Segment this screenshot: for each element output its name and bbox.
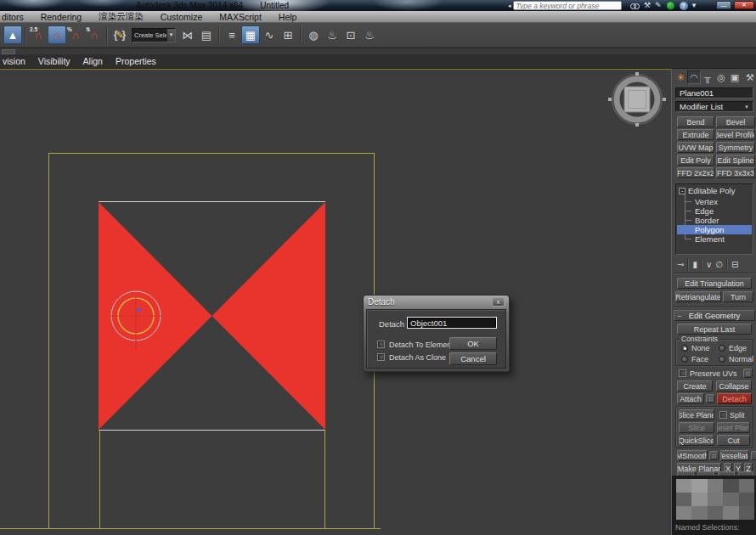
detach-button[interactable]: Detach (717, 393, 752, 404)
pencil-icon[interactable]: ✎ (655, 2, 662, 9)
chevron-down-icon[interactable]: ▼ (166, 29, 175, 42)
collapse-button[interactable]: Collapse (716, 380, 752, 391)
msmooth-options-button[interactable]: □ (709, 451, 719, 460)
cut-button[interactable]: Cut (717, 435, 750, 446)
retriangulate-button[interactable]: Retriangulate (675, 291, 721, 302)
modifier-bend-button[interactable]: Bend (677, 116, 714, 127)
render-production-button[interactable]: ♨ (360, 25, 379, 44)
render-setup-button[interactable]: ♨ (323, 25, 341, 44)
show-end-result-icon[interactable]: ▮ (692, 260, 697, 269)
preserve-uvs-options-button[interactable]: □ (743, 369, 753, 378)
stack-item-border[interactable]: Border (677, 216, 752, 225)
edit-named-selection-sets-button[interactable]: {✎} (110, 25, 129, 44)
stack-item-vertex[interactable]: Vertex (677, 197, 752, 206)
graphite-ribbon-toggle-button[interactable]: ▦ (241, 25, 260, 44)
edit-triangulation-button[interactable]: Edit Triangulation (677, 278, 752, 289)
detach-dialog-titlebar[interactable]: Detach x (364, 296, 509, 308)
selected-polygon-right[interactable] (212, 202, 326, 430)
stack-item-polygon[interactable]: Polygon (677, 225, 752, 234)
repeat-last-button[interactable]: Repeat Last (677, 324, 752, 335)
menu-item-rendering[interactable]: Rendering (32, 12, 90, 22)
dialog-close-icon[interactable]: x (492, 297, 505, 307)
help-icon[interactable]: ? (680, 2, 688, 10)
modifier-extrude-button[interactable]: Extrude (677, 129, 714, 140)
modify-tab-icon[interactable]: ◠ (687, 70, 701, 84)
hierarchy-tab-icon[interactable]: ╥ (701, 70, 714, 84)
quickslice-button[interactable]: QuickSlice (679, 435, 714, 446)
align-button[interactable]: ▤ (197, 25, 216, 44)
attach-options-button[interactable]: □ (706, 394, 715, 403)
named-selection-set-dropdown[interactable]: Create Selection Se ▼ (132, 28, 176, 42)
remove-modifier-icon[interactable]: ∅ (715, 260, 723, 269)
create-button[interactable]: Create (677, 380, 713, 391)
select-and-place-button[interactable]: ▲ (3, 25, 22, 44)
detach-name-input[interactable] (407, 317, 497, 329)
slice-button[interactable]: Slice (679, 422, 714, 433)
ok-button[interactable]: OK (449, 337, 497, 350)
angle-snap-button[interactable]: ∩ (48, 25, 66, 44)
stack-item-element[interactable]: Element (677, 234, 752, 244)
constraint-normal-radio[interactable]: Normal (719, 355, 753, 363)
constraint-face-radio[interactable]: Face (681, 355, 708, 363)
modifier-ffd2x2x2-button[interactable]: FFD 2x2x2 (677, 167, 714, 178)
viewport-canvas[interactable] (0, 69, 671, 535)
menu-item-cloud-render[interactable]: 渲染云渲染 (90, 11, 152, 23)
collapse-icon[interactable]: - (679, 188, 685, 194)
ribbon-tab-align[interactable]: Align (83, 56, 103, 66)
communication-center-icon[interactable] (666, 1, 675, 10)
ribbon-tab-properties[interactable]: Properties (116, 56, 156, 66)
stack-item-editable-poly[interactable]: - Editable Poly (677, 186, 752, 195)
material-editor-button[interactable]: ◍ (304, 25, 323, 44)
percent-snap-button[interactable]: % ∩ (66, 25, 85, 44)
subscription-wrench-icon[interactable]: ⚒ (644, 2, 651, 9)
reset-plane-button[interactable]: Reset Plane (717, 422, 750, 433)
pin-stack-icon[interactable]: ⊸ (677, 260, 684, 269)
constraint-edge-radio[interactable]: Edge (719, 344, 747, 352)
menu-item-help[interactable]: Help (270, 12, 306, 22)
minimize-button[interactable]: — (716, 1, 731, 9)
preserve-uvs-checkbox[interactable] (679, 369, 686, 377)
mirror-button[interactable]: ⋈ (178, 25, 197, 44)
layer-manager-button[interactable]: ≡ (223, 25, 241, 44)
menu-item-editors[interactable]: ditors (0, 12, 32, 22)
stack-item-edge[interactable]: Edge (677, 206, 752, 216)
motion-tab-icon[interactable]: ◎ (714, 70, 728, 84)
configure-modifier-sets-icon[interactable]: ⊟ (731, 260, 738, 269)
slice-plane-button[interactable]: Slice Plane (679, 409, 714, 420)
make-unique-icon[interactable]: ∨ (706, 260, 712, 269)
ribbon-tab-visibility[interactable]: Visibility (38, 56, 71, 66)
schematic-view-button[interactable]: ⊞ (279, 25, 297, 44)
modifier-bevel-profile-button[interactable]: Bevel Profile (716, 129, 755, 140)
spinner-snap-button[interactable]: ⇅ ∩ (85, 25, 104, 44)
turn-button[interactable]: Turn (723, 291, 753, 302)
modifier-ffd3x3x3-button[interactable]: FFD 3x3x3 (716, 167, 755, 178)
modifier-symmetry-button[interactable]: Symmetry (716, 142, 755, 153)
infocenter-dropdown-icon[interactable]: ▾ (692, 2, 697, 9)
modifier-edit-poly-button[interactable]: Edit Poly (677, 155, 714, 166)
rendered-frame-window-button[interactable]: ⊡ (341, 25, 360, 44)
split-checkbox[interactable] (719, 411, 727, 419)
tessellate-options-button[interactable] (751, 451, 756, 460)
curve-editor-button[interactable]: ∿ (260, 25, 279, 44)
msmooth-button[interactable]: MSmooth (677, 450, 708, 461)
search-history-arrow-icon[interactable]: ◂ (508, 3, 511, 9)
cancel-button[interactable]: Cancel (449, 352, 497, 365)
search-icon[interactable] (630, 3, 640, 8)
display-tab-icon[interactable]: ▣ (728, 70, 742, 84)
attach-button[interactable]: Attach (677, 393, 704, 404)
viewcube[interactable] (608, 72, 666, 127)
edit-geometry-rollout-header[interactable]: − Edit Geometry (674, 310, 755, 321)
constraint-none-radio[interactable]: None (681, 344, 710, 352)
search-input[interactable] (513, 1, 622, 10)
ribbon-tab-subdivision[interactable]: vision (3, 56, 25, 66)
modifier-edit-spline-button[interactable]: Edit Spline (716, 155, 755, 166)
modifier-list-dropdown[interactable]: Modifier List ▼ (675, 101, 753, 112)
menu-item-maxscript[interactable]: MAXScript (211, 12, 270, 22)
detach-to-element-checkbox[interactable] (377, 341, 385, 348)
object-name-field[interactable]: Plane001 (675, 87, 753, 99)
close-button[interactable]: ✕ (734, 1, 754, 9)
modifier-bevel-button[interactable]: Bevel (716, 116, 755, 127)
tessellate-button[interactable]: Tessellate (720, 450, 749, 461)
utilities-tab-icon[interactable]: ⚒ (743, 70, 756, 84)
create-tab-icon[interactable]: ✳ (674, 70, 687, 84)
